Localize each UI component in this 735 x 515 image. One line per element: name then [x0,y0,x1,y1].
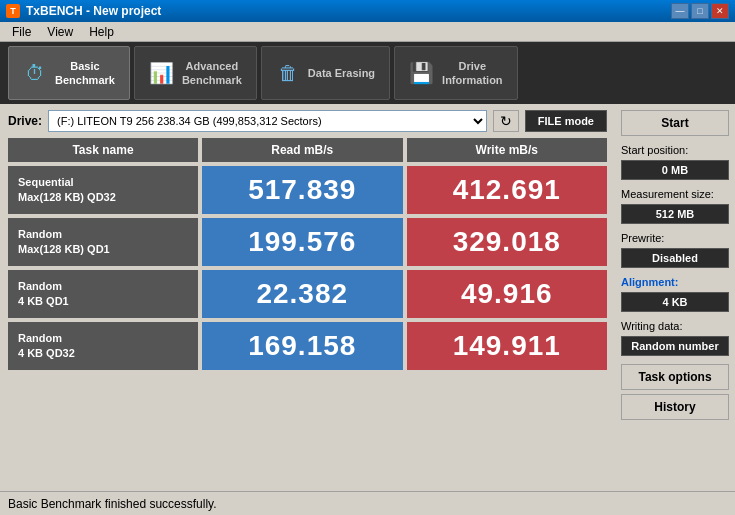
status-bar: Basic Benchmark finished successfully. [0,491,735,515]
row-write-3: 149.911 [407,322,608,370]
header-write: Write mB/s [407,138,608,162]
menu-view[interactable]: View [39,23,81,41]
title-bar: T TxBENCH - New project — □ ✕ [0,0,735,22]
start-position-label: Start position: [621,144,729,156]
alignment-value: 4 KB [621,292,729,312]
drive-icon: 💾 [409,61,434,85]
file-mode-button[interactable]: FILE mode [525,110,607,132]
history-button[interactable]: History [621,394,729,420]
row-read-3: 169.158 [202,322,403,370]
drive-row: Drive: (F:) LITEON T9 256 238.34 GB (499… [8,110,607,132]
row-write-1: 329.018 [407,218,608,266]
drive-info-label-line1: Drive [442,59,503,73]
advanced-benchmark-label-line1: Advanced [182,59,242,73]
writing-data-label: Writing data: [621,320,729,332]
bench-header: Task name Read mB/s Write mB/s [8,138,607,162]
bench-rows: SequentialMax(128 KB) QD32 517.839 412.6… [8,166,607,370]
table-row: SequentialMax(128 KB) QD32 517.839 412.6… [8,166,607,214]
drive-refresh-button[interactable]: ↻ [493,110,519,132]
task-options-button[interactable]: Task options [621,364,729,390]
maximize-button[interactable]: □ [691,3,709,19]
table-row: Random4 KB QD32 169.158 149.911 [8,322,607,370]
table-row: Random4 KB QD1 22.382 49.916 [8,270,607,318]
basic-benchmark-label-line1: Basic [55,59,115,73]
measurement-size-label: Measurement size: [621,188,729,200]
drive-select[interactable]: (F:) LITEON T9 256 238.34 GB (499,853,31… [48,110,487,132]
content-area: Drive: (F:) LITEON T9 256 238.34 GB (499… [0,104,615,491]
toolbar-advanced-benchmark[interactable]: 📊 Advanced Benchmark [134,46,257,100]
header-task-name: Task name [8,138,198,162]
table-row: RandomMax(128 KB) QD1 199.576 329.018 [8,218,607,266]
refresh-icon: ↻ [500,113,512,129]
clock-icon: ⏱ [23,62,47,85]
row-write-2: 49.916 [407,270,608,318]
toolbar-data-erasing[interactable]: 🗑 Data Erasing [261,46,390,100]
status-text: Basic Benchmark finished successfully. [8,497,217,511]
app-icon: T [6,4,20,18]
writing-data-value: Random number [621,336,729,356]
right-sidebar: Start Start position: 0 MB Measurement s… [615,104,735,491]
alignment-label: Alignment: [621,276,729,288]
close-button[interactable]: ✕ [711,3,729,19]
header-read: Read mB/s [202,138,403,162]
data-erasing-label-line1: Data Erasing [308,66,375,80]
measurement-size-value: 512 MB [621,204,729,224]
row-read-2: 22.382 [202,270,403,318]
title-bar-controls: — □ ✕ [671,3,729,19]
chart-icon: 📊 [149,61,174,85]
row-label-0: SequentialMax(128 KB) QD32 [8,166,198,214]
row-label-1: RandomMax(128 KB) QD1 [8,218,198,266]
drive-info-label-line2: Information [442,73,503,87]
toolbar-drive-information[interactable]: 💾 Drive Information [394,46,518,100]
window-title: TxBENCH - New project [26,4,161,18]
start-position-value: 0 MB [621,160,729,180]
main-area: Drive: (F:) LITEON T9 256 238.34 GB (499… [0,104,735,491]
row-write-0: 412.691 [407,166,608,214]
prewrite-value: Disabled [621,248,729,268]
prewrite-label: Prewrite: [621,232,729,244]
toolbar-basic-benchmark[interactable]: ⏱ Basic Benchmark [8,46,130,100]
menu-file[interactable]: File [4,23,39,41]
row-label-3: Random4 KB QD32 [8,322,198,370]
title-bar-left: T TxBENCH - New project [6,4,161,18]
row-read-0: 517.839 [202,166,403,214]
menu-help[interactable]: Help [81,23,122,41]
start-button[interactable]: Start [621,110,729,136]
toolbar: ⏱ Basic Benchmark 📊 Advanced Benchmark 🗑… [0,42,735,104]
row-read-1: 199.576 [202,218,403,266]
row-label-2: Random4 KB QD1 [8,270,198,318]
drive-label: Drive: [8,114,42,128]
basic-benchmark-label-line2: Benchmark [55,73,115,87]
advanced-benchmark-label-line2: Benchmark [182,73,242,87]
menu-bar: File View Help [0,22,735,42]
minimize-button[interactable]: — [671,3,689,19]
eraser-icon: 🗑 [276,62,300,85]
